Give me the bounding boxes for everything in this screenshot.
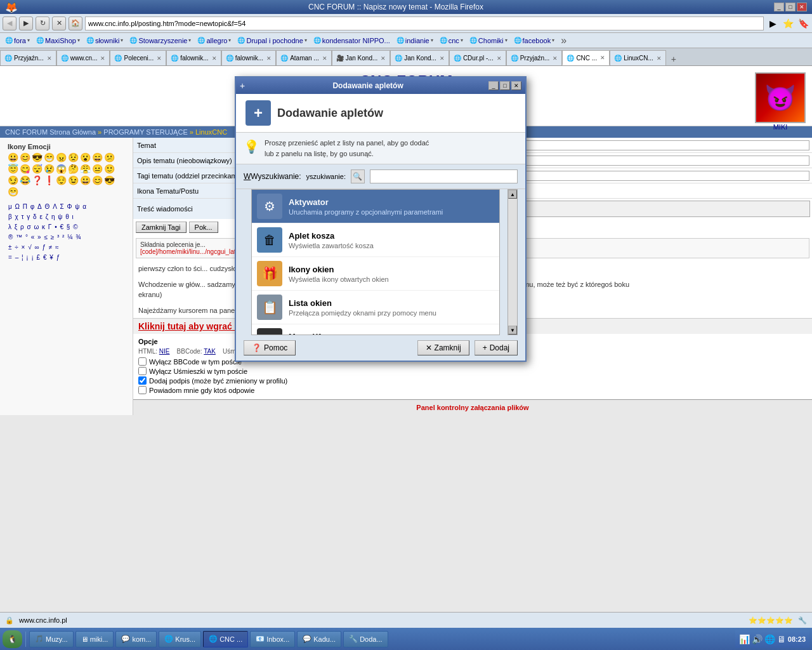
modal-btn-group: ✕ Zamknij + Dodaj <box>417 340 518 355</box>
tray-icon-2[interactable]: 🌐 <box>764 634 775 644</box>
item-desc-0: Uruchamia programy z opcjonalnymi parame… <box>289 208 494 216</box>
item-name-0: Aktywator <box>289 197 494 207</box>
modal-info-text: Proszę przenieść aplet z listy na panel,… <box>265 138 429 159</box>
add-icon: + <box>483 343 487 352</box>
modal-list-wrapper: ⚙ Aktywator Uruchamia programy z opcjona… <box>244 189 518 335</box>
help-button[interactable]: ❓ Pomoc <box>244 340 296 355</box>
modal-buttons: ❓ Pomoc ✕ Zamknij + Dodaj <box>236 335 525 361</box>
modal-dialog: + Dodawanie apletów _ □ ✕ + Dodawanie ap… <box>235 76 527 362</box>
modal-title: Dodawanie apletów <box>332 81 403 90</box>
status-bar: 🔒 www.cnc.info.pl ⭐⭐⭐⭐⭐ 🔧 <box>0 612 812 628</box>
list-item-3[interactable]: 📋 Lista okien Przełącza pomiędzy oknami … <box>252 291 499 324</box>
kom-icon: 💬 <box>121 635 130 643</box>
doda-icon: 🔧 <box>349 635 358 643</box>
list-item-1[interactable]: 🗑 Aplet kosza Wyświetla zawartość kosza <box>252 223 499 257</box>
search-button[interactable]: 🔍 <box>351 169 365 183</box>
miki-icon: 🖥 <box>81 635 88 643</box>
tray-icon-3[interactable]: 🖥 <box>777 634 786 644</box>
search-input[interactable] <box>370 169 518 183</box>
addon-icon: 🔧 <box>798 616 807 625</box>
scroll-up[interactable]: ▲ <box>508 190 517 199</box>
list-scrollbar[interactable]: ▲ ▼ <box>508 189 518 335</box>
taskbar-doda[interactable]: 🔧 Doda... <box>343 631 388 647</box>
item-icon-4: ✦ <box>257 328 282 335</box>
list-item-2[interactable]: 🎁 Ikony okien Wyświetla ikony otwartych … <box>252 257 499 291</box>
tray-time: 08:23 <box>788 635 806 643</box>
modal-maximize[interactable]: □ <box>500 81 510 90</box>
status-text: www.cnc.info.pl <box>19 616 67 624</box>
item-name-3: Lista okien <box>289 298 494 308</box>
item-desc-1: Wyświetla zawartość kosza <box>289 242 494 249</box>
cnc-icon: 🌐 <box>209 635 218 643</box>
item-name-1: Aplet kosza <box>289 231 494 241</box>
item-desc-3: Przełącza pomiędzy oknami przy pomocy me… <box>289 309 494 317</box>
modal-list[interactable]: ⚙ Aktywator Uruchamia programy z opcjona… <box>251 189 500 335</box>
item-icon-3: 📋 <box>257 295 282 320</box>
close-btn-icon: ✕ <box>426 343 432 352</box>
taskbar-kom[interactable]: 💬 kom... <box>115 631 157 647</box>
help-icon: ❓ <box>252 343 261 352</box>
item-name-2: Ikony okien <box>289 265 494 274</box>
inbox-icon: 📧 <box>256 635 265 643</box>
item-icon-1: 🗑 <box>257 227 282 253</box>
modal-close[interactable]: ✕ <box>511 81 521 90</box>
item-icon-2: 🎁 <box>257 261 282 286</box>
item-text-4: Menu Xfce Pokaż menu z kategoriami zains… <box>289 332 494 336</box>
item-name-4: Menu Xfce <box>289 332 494 336</box>
modal-window-controls[interactable]: _ □ ✕ <box>488 81 521 90</box>
tray-icon-0[interactable]: 📊 <box>739 634 750 644</box>
modal-search-row: WWyszukiwanie: yszukiwanie: 🔍 <box>236 164 525 189</box>
item-text-1: Aplet kosza Wyświetla zawartość kosza <box>289 231 494 249</box>
close-button[interactable]: ✕ Zamknij <box>417 340 469 355</box>
muzy-label: Muzy... <box>46 635 68 643</box>
status-security: ⭐⭐⭐⭐⭐ <box>749 616 793 625</box>
taskbar-inbox[interactable]: 📧 Inbox... <box>250 631 295 647</box>
info-icon: 💡 <box>244 139 259 154</box>
modal-titlebar: + Dodawanie apletów _ □ ✕ <box>236 77 525 94</box>
start-logo: 🐧 <box>8 635 17 644</box>
item-text-0: Aktywator Uruchamia programy z opcjonaln… <box>289 197 494 216</box>
taskbar-krus[interactable]: 🌐 Krus... <box>159 631 201 647</box>
start-button[interactable]: 🐧 <box>3 630 22 648</box>
item-text-2: Ikony okien Wyświetla ikony otwartych ok… <box>289 265 494 283</box>
search-label: WWyszukiwanie: <box>244 172 301 181</box>
modal-header: + Dodawanie apletów <box>236 94 525 133</box>
modal-info: 💡 Proszę przenieść aplet z listy na pane… <box>236 133 525 164</box>
item-icon-0: ⚙ <box>257 194 282 219</box>
list-item-4[interactable]: ✦ Menu Xfce Pokaż menu z kategoriami zai… <box>252 324 499 335</box>
modal-title-plus-icon: + <box>240 81 245 91</box>
taskbar-muzy[interactable]: 🎵 Muzy... <box>29 631 74 647</box>
taskbar: 🐧 🎵 Muzy... 🖥 miki... 💬 kom... 🌐 Krus...… <box>0 628 812 650</box>
krus-label: Krus... <box>175 635 195 643</box>
kadu-icon: 💬 <box>303 635 311 643</box>
modal-header-icon: + <box>246 100 271 126</box>
item-desc-2: Wyświetla ikony otwartych okien <box>289 275 494 283</box>
kadu-label: Kadu... <box>313 635 336 643</box>
modal-minimize[interactable]: _ <box>488 81 499 90</box>
status-icon: 🔒 <box>5 616 14 625</box>
kom-label: kom... <box>132 635 151 643</box>
tray-icon-1[interactable]: 🔊 <box>752 634 763 644</box>
scroll-down[interactable]: ▼ <box>508 326 517 335</box>
doda-label: Doda... <box>360 635 382 643</box>
krus-icon: 🌐 <box>164 635 173 643</box>
taskbar-miki[interactable]: 🖥 miki... <box>75 631 114 647</box>
close-label: Zamknij <box>435 343 461 352</box>
miki-label: miki... <box>90 635 108 643</box>
modal-header-title: Dodawanie apletów <box>277 107 383 120</box>
add-label: Dodaj <box>490 343 509 352</box>
add-button[interactable]: + Dodaj <box>475 340 518 355</box>
list-item-0[interactable]: ⚙ Aktywator Uruchamia programy z opcjona… <box>252 190 499 223</box>
taskbar-cnc[interactable]: 🌐 CNC ... <box>203 631 248 647</box>
cnc-label: CNC ... <box>219 635 242 643</box>
item-text-3: Lista okien Przełącza pomiędzy oknami pr… <box>289 298 494 317</box>
taskbar-kadu[interactable]: 💬 Kadu... <box>297 631 341 647</box>
help-label: Pomoc <box>264 343 287 352</box>
inbox-label: Inbox... <box>266 635 289 643</box>
taskbar-tray: 📊 🔊 🌐 🖥 08:23 <box>735 630 809 648</box>
taskbar-sep-0 <box>25 632 26 647</box>
muzy-icon: 🎵 <box>35 635 44 643</box>
modal-overlay: + Dodawanie apletów _ □ ✕ + Dodawanie ap… <box>0 0 812 650</box>
